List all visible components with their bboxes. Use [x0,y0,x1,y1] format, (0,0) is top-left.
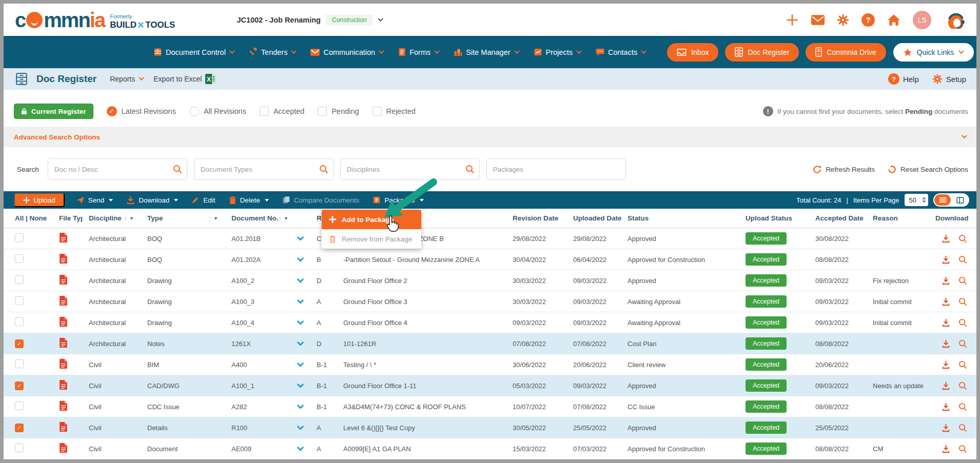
preview-search-icon[interactable] [958,445,967,453]
commnia-logo[interactable]: cmmnia Formerly BUILDTOOLS [15,10,175,30]
checkbox-accepted[interactable]: Accepted [260,107,304,116]
table-row[interactable]: Architectural BOQ A01.202A B -Partition … [4,249,976,270]
preview-search-icon[interactable] [958,402,967,411]
sort-asc-icon[interactable]: ↑ [208,214,211,222]
menu-item-remove-from-package[interactable]: Remove from Package [322,229,421,249]
job-selector[interactable]: JC1002 - Job Renaming Construction [237,14,383,26]
page-size-spinner[interactable]: 50 [905,194,928,206]
spinner-up-icon[interactable] [922,197,926,199]
upload-button[interactable]: Upload [14,193,65,207]
preview-search-icon[interactable] [958,276,967,285]
table-row[interactable]: Civil BIM A400 B-1 Testing / \ * 30/06/2… [4,354,976,375]
document-types-input[interactable] [194,158,334,180]
header-select-all[interactable]: All | None [4,214,53,222]
download-file-icon[interactable] [942,424,950,432]
download-file-icon[interactable] [942,297,950,306]
row-checkbox[interactable] [15,381,24,390]
preview-search-icon[interactable] [958,234,967,243]
row-checkbox[interactable] [15,444,24,452]
row-checkbox[interactable] [15,296,24,305]
download-file-icon[interactable] [942,255,950,264]
table-row[interactable]: Architectural Drawing A100_3 A Ground Fl… [4,291,976,312]
table-row[interactable]: Architectural Notes 1261X D 101-1261R 07… [4,333,976,354]
filter-caret-icon[interactable]: ▾ [130,215,133,221]
download-button[interactable]: Download [126,196,178,205]
mail-icon[interactable] [811,15,825,25]
delete-button[interactable]: Delete [229,196,269,205]
expand-chevron-icon[interactable] [297,236,304,241]
download-file-icon[interactable] [942,339,950,348]
search-icon[interactable] [173,165,182,176]
preview-search-icon[interactable] [958,381,967,390]
download-file-icon[interactable] [942,318,950,327]
nav-forms[interactable]: Forms [398,48,440,56]
list-view-button[interactable] [934,194,951,206]
expand-chevron-icon[interactable] [297,447,304,451]
header-type[interactable]: Type↑▾ [141,214,225,222]
reset-search-button[interactable]: Reset Search Options [887,165,968,174]
expand-chevron-icon[interactable] [297,341,304,346]
nav-pill-commnia-drive[interactable]: Commnia Drive [806,43,886,62]
download-file-icon[interactable] [942,445,950,453]
gear-icon[interactable] [837,14,849,26]
download-file-icon[interactable] [942,402,950,411]
refresh-results-button[interactable]: Refresh Results [812,165,875,174]
row-checkbox[interactable] [15,401,24,410]
radio-all-revisions[interactable]: All Revisions [189,107,246,116]
nav-pill-quick-links[interactable]: Quick Links [893,43,974,62]
expand-chevron-icon[interactable] [297,426,304,430]
header-document-no[interactable]: Document No.↑▾ [225,214,291,222]
edit-button[interactable]: Edit [191,196,215,204]
spinner-down-icon[interactable] [922,200,926,203]
preview-search-icon[interactable] [958,424,967,432]
nav-site-manager[interactable]: Site Manager [454,48,519,56]
header-discipline[interactable]: Discipline↑▾ [83,214,141,222]
checkbox-rejected[interactable]: Rejected [373,107,416,116]
add-icon[interactable] [786,13,799,27]
download-file-icon[interactable] [942,276,950,285]
search-input[interactable] [48,158,187,180]
nav-tenders[interactable]: Tenders [249,48,297,56]
row-checkbox[interactable] [15,317,24,326]
packages-button[interactable]: Packages [373,196,423,204]
expand-chevron-icon[interactable] [297,257,304,262]
row-checkbox[interactable] [15,254,24,263]
table-row[interactable]: Architectural Drawing A100_2 D Ground Fl… [4,270,976,291]
table-row[interactable]: Architectural Drawing A100_4 A Ground Fl… [4,312,976,333]
filter-caret-icon[interactable]: ▾ [214,215,217,221]
preview-search-icon[interactable] [958,255,967,264]
preview-search-icon[interactable] [958,318,967,327]
table-row[interactable]: Civil CDC Issue A282 B-1 A3&D4M(74+73) C… [4,396,976,417]
row-checkbox[interactable] [15,424,24,432]
nav-pill-inbox[interactable]: Inbox [667,43,718,62]
split-view-button[interactable] [952,194,968,206]
expand-chevron-icon[interactable] [297,405,304,409]
question-icon[interactable]: ? [861,13,875,27]
reports-menu[interactable]: Reports [110,75,144,83]
preview-search-icon[interactable] [958,297,967,306]
checkbox-pending[interactable]: Pending [318,107,359,116]
row-checkbox[interactable] [15,359,24,368]
filter-caret-icon[interactable]: ▾ [285,215,287,221]
table-row[interactable]: Architectural BOQ A01.201B C Partition S… [4,228,976,249]
packages-input[interactable] [486,158,626,180]
user-avatar[interactable]: LS [913,11,931,29]
expand-chevron-icon[interactable] [297,363,304,367]
support-mascot-avatar[interactable] [944,8,967,32]
expand-chevron-icon[interactable] [297,278,304,283]
disciplines-input[interactable] [340,158,480,180]
row-checkbox[interactable] [15,339,24,348]
advanced-search-toggle[interactable]: Advanced Search Options [14,133,100,141]
table-row[interactable]: Civil CAD/DWG A100_1 B-1 Ground Floor Of… [4,375,976,396]
download-file-icon[interactable] [942,381,950,390]
row-checkbox[interactable] [15,275,24,284]
expand-chevron-icon[interactable] [297,384,304,388]
download-file-icon[interactable] [942,234,950,243]
expand-chevron-icon[interactable] [297,320,304,325]
expand-chevron-icon[interactable] [297,299,304,304]
menu-item-add-to-package[interactable]: Add to Package [322,210,421,229]
nav-contacts[interactable]: Contacts [596,48,646,56]
download-file-icon[interactable] [942,360,950,369]
search-icon[interactable] [465,165,475,176]
home-icon[interactable] [887,14,900,26]
